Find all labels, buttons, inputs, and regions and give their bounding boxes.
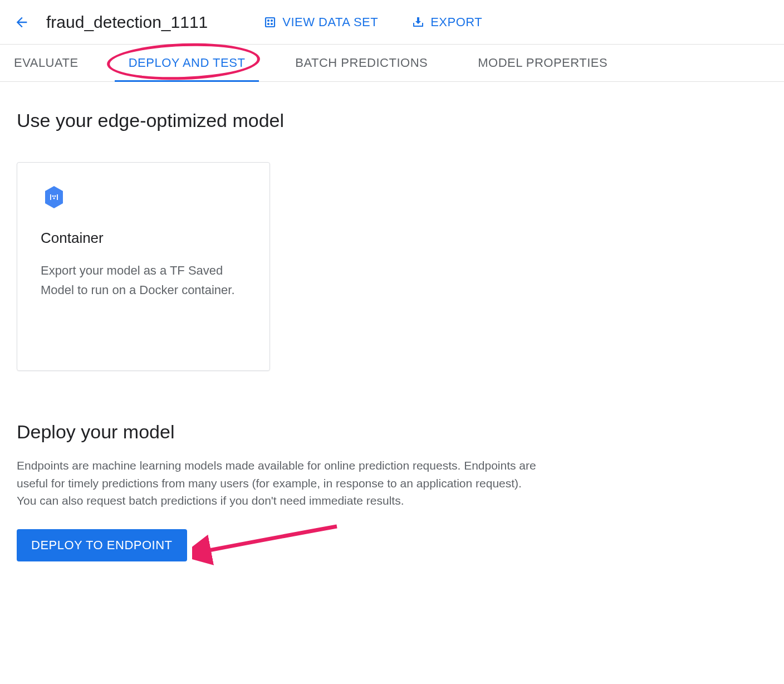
svg-rect-6 — [50, 194, 51, 200]
tab-deploy-and-test[interactable]: DEPLOY AND TEST — [129, 45, 246, 81]
svg-point-3 — [268, 23, 269, 25]
svg-point-4 — [271, 23, 272, 25]
svg-point-2 — [271, 20, 272, 21]
container-card[interactable]: Container Export your model as a TF Save… — [17, 162, 270, 371]
page-title: fraud_detection_1111 — [46, 13, 208, 32]
deploy-section-title: Deploy your model — [17, 421, 767, 443]
back-button[interactable] — [14, 14, 30, 30]
deploy-section: Deploy your model Endpoints are machine … — [17, 421, 767, 561]
deploy-to-endpoint-button[interactable]: DEPLOY TO ENDPOINT — [17, 529, 187, 561]
content: Use your edge-optimized model Container … — [0, 82, 784, 589]
tabs: EVALUATE DEPLOY AND TEST BATCH PREDICTIO… — [0, 45, 784, 82]
tab-batch-predictions[interactable]: BATCH PREDICTIONS — [295, 45, 428, 81]
container-card-description: Export your model as a TF Saved Model to… — [41, 261, 246, 300]
download-icon — [411, 16, 425, 29]
edge-section-title: Use your edge-optimized model — [17, 110, 767, 131]
container-icon — [41, 184, 246, 213]
deploy-section-description: Endpoints are machine learning models ma… — [17, 457, 543, 510]
export-label: EXPORT — [430, 15, 482, 30]
tab-evaluate[interactable]: EVALUATE — [14, 45, 79, 81]
svg-rect-7 — [57, 194, 58, 200]
svg-point-1 — [268, 20, 269, 21]
view-data-set-label: VIEW DATA SET — [282, 15, 378, 30]
page-header: fraud_detection_1111 VIEW DATA SET EXPOR… — [0, 0, 784, 45]
header-actions: VIEW DATA SET EXPORT — [263, 15, 482, 30]
svg-rect-0 — [266, 18, 275, 27]
view-data-set-button[interactable]: VIEW DATA SET — [263, 15, 378, 30]
tab-model-properties[interactable]: MODEL PROPERTIES — [478, 45, 607, 81]
svg-marker-5 — [45, 186, 63, 208]
svg-point-9 — [55, 196, 56, 197]
data-set-icon — [263, 16, 277, 29]
arrow-left-icon — [14, 14, 30, 30]
container-card-title: Container — [41, 229, 246, 247]
svg-point-8 — [52, 196, 54, 197]
svg-point-10 — [53, 198, 55, 199]
export-button[interactable]: EXPORT — [411, 15, 482, 30]
